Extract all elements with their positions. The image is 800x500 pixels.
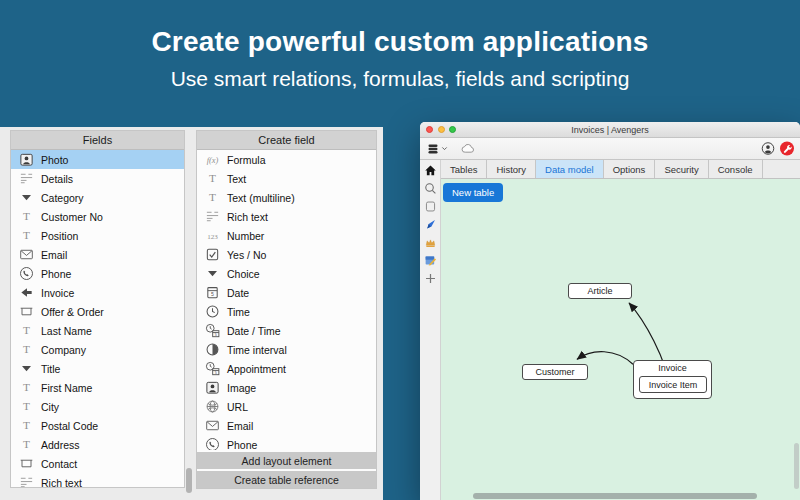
field-item-label: Phone — [41, 268, 71, 280]
tab-label: Tables — [450, 164, 477, 175]
tab[interactable]: Console — [709, 160, 763, 178]
field-type-item[interactable]: f(x) Formula — [197, 150, 376, 169]
field-item[interactable]: Details — [11, 169, 184, 188]
field-item[interactable]: Email — [11, 245, 184, 264]
field-type-item[interactable]: Email — [197, 416, 376, 435]
svg-text:T: T — [23, 419, 30, 431]
field-item-label: Category — [41, 192, 84, 204]
entity-customer[interactable]: Customer — [522, 364, 588, 380]
create-table-reference-button[interactable]: Create table reference — [197, 471, 376, 488]
document-icon[interactable] — [424, 200, 437, 213]
zoom-button[interactable] — [449, 126, 456, 133]
add-icon[interactable] — [424, 272, 437, 285]
tab[interactable]: Data model — [536, 160, 604, 178]
text-icon: T — [18, 228, 34, 244]
tab[interactable]: History — [487, 160, 536, 178]
phone-icon — [18, 266, 34, 282]
notes-icon[interactable] — [424, 254, 437, 267]
field-item[interactable]: Contact — [11, 454, 184, 473]
field-type-label: Time — [227, 306, 250, 318]
field-type-item[interactable]: URL — [197, 397, 376, 416]
field-type-item[interactable]: Image — [197, 378, 376, 397]
fields-panel-header: Fields — [11, 131, 184, 150]
field-item[interactable]: Rich text — [11, 473, 184, 487]
horizontal-scrollbar[interactable] — [473, 493, 757, 499]
tab[interactable]: Tables — [441, 160, 487, 178]
field-item-label: Invoice — [41, 287, 74, 299]
svg-text:T: T — [23, 229, 30, 241]
details-icon — [18, 171, 34, 187]
tab[interactable]: Security — [655, 160, 708, 178]
field-type-item[interactable]: Yes / No — [197, 245, 376, 264]
field-item[interactable]: T Customer No — [11, 207, 184, 226]
field-item[interactable]: Offer & Order — [11, 302, 184, 321]
field-type-label: Formula — [227, 154, 266, 166]
field-type-item[interactable]: 5 Date / Time — [197, 321, 376, 340]
fields-scrollbar-thumb[interactable] — [186, 468, 192, 493]
brush-icon[interactable] — [424, 218, 437, 231]
close-button[interactable] — [426, 126, 433, 133]
field-item[interactable]: Photo — [11, 150, 184, 169]
field-type-item[interactable]: T Text — [197, 169, 376, 188]
data-model-canvas[interactable]: New table Article Customer Invoice Invoi… — [441, 179, 800, 500]
field-item[interactable]: Title — [11, 359, 184, 378]
cloud-icon[interactable] — [461, 142, 475, 156]
field-type-item[interactable]: Time interval — [197, 340, 376, 359]
field-item-label: Postal Code — [41, 420, 98, 432]
create-field-panel-header: Create field — [197, 131, 376, 150]
tab[interactable]: Options — [604, 160, 656, 178]
field-item[interactable]: T Company — [11, 340, 184, 359]
field-item[interactable]: T Last Name — [11, 321, 184, 340]
admin-icon[interactable] — [424, 236, 437, 249]
field-type-item[interactable]: Choice — [197, 264, 376, 283]
field-type-item[interactable]: 5 Appointment — [197, 359, 376, 378]
svg-text:T: T — [23, 400, 30, 412]
vertical-scrollbar[interactable] — [794, 443, 799, 489]
field-item[interactable]: Phone — [11, 264, 184, 283]
svg-text:T: T — [209, 172, 216, 184]
field-type-item[interactable]: Time — [197, 302, 376, 321]
field-type-item[interactable]: Rich text — [197, 207, 376, 226]
home-icon[interactable] — [424, 164, 437, 177]
table-icon — [18, 304, 34, 320]
wrench-icon[interactable] — [780, 142, 794, 156]
date-icon: 5 — [204, 285, 220, 301]
new-table-button[interactable]: New table — [443, 183, 503, 202]
text-icon: T — [18, 380, 34, 396]
svg-text:T: T — [23, 438, 30, 450]
database-icon[interactable] — [426, 142, 440, 156]
field-type-item[interactable]: 123 Number — [197, 226, 376, 245]
svg-text:T: T — [23, 210, 30, 222]
field-type-item[interactable]: Phone — [197, 435, 376, 450]
add-layout-element-button[interactable]: Add layout element — [197, 452, 376, 469]
field-type-label: Date / Time — [227, 325, 281, 337]
relation-invoice-customer — [577, 352, 633, 365]
chevron-down-icon[interactable] — [441, 142, 448, 156]
minimize-button[interactable] — [438, 126, 445, 133]
field-item[interactable]: T Address — [11, 435, 184, 454]
field-item-label: City — [41, 401, 59, 413]
field-type-label: Image — [227, 382, 256, 394]
field-item[interactable]: Category — [11, 188, 184, 207]
account-icon[interactable] — [761, 142, 775, 156]
window-title: Invoices | Avengers — [571, 125, 649, 135]
field-item[interactable]: T First Name — [11, 378, 184, 397]
field-item[interactable]: T Position — [11, 226, 184, 245]
richtext-icon — [204, 209, 220, 225]
field-item-label: Email — [41, 249, 67, 261]
entity-invoice-item[interactable]: Invoice Item — [639, 376, 707, 393]
fields-list: Photo Details Category T Customer No T P… — [11, 150, 184, 487]
search-icon[interactable] — [424, 182, 437, 195]
svg-text:5: 5 — [214, 333, 216, 337]
toolbar-left-icons — [426, 142, 475, 156]
choice-icon — [204, 266, 220, 282]
hero-subtitle: Use smart relations, formulas, fields an… — [0, 67, 800, 91]
field-item[interactable]: T Postal Code — [11, 416, 184, 435]
field-type-item[interactable]: 5 Date — [197, 283, 376, 302]
field-item[interactable]: T City — [11, 397, 184, 416]
entity-article[interactable]: Article — [568, 283, 632, 299]
field-type-item[interactable]: T Text (multiline) — [197, 188, 376, 207]
field-item[interactable]: Invoice — [11, 283, 184, 302]
choice-icon — [18, 190, 34, 206]
checkbox-icon — [204, 247, 220, 263]
